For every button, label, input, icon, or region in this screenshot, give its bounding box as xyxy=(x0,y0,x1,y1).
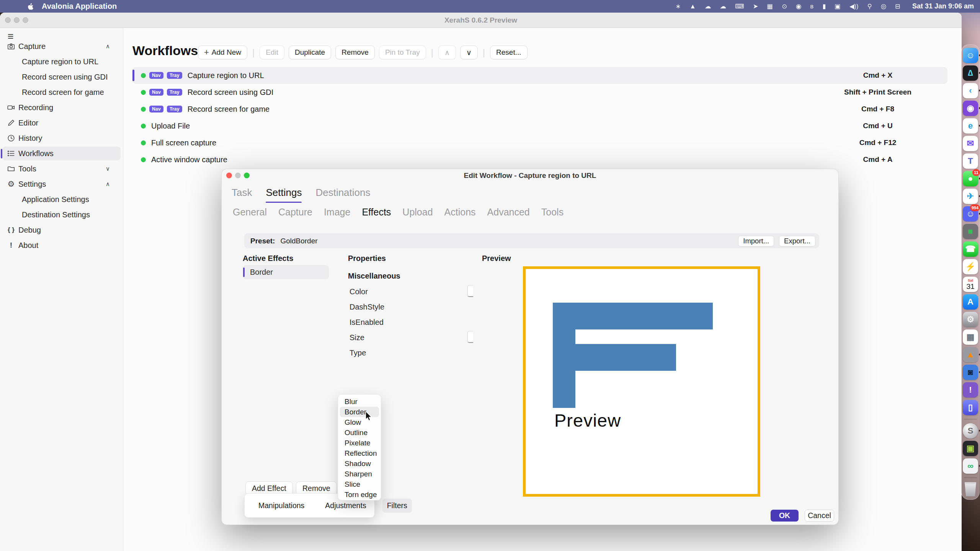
ok-button[interactable]: OK xyxy=(771,510,799,522)
pin-to-tray-button[interactable]: Pin to Tray xyxy=(379,46,426,59)
dock-item[interactable]: ◙ xyxy=(963,365,978,380)
import-button[interactable]: Import... xyxy=(738,236,774,246)
volume-icon[interactable]: ◀)) xyxy=(849,0,859,13)
dock-item[interactable]: ■ xyxy=(963,224,978,239)
cloud-storage-icon[interactable]: ☁ xyxy=(705,0,711,13)
move-down-button[interactable]: ∨ xyxy=(460,46,478,59)
sidebar-item-capture[interactable]: Capture ∧ xyxy=(0,39,123,54)
keyboard-icon[interactable]: ⌨ xyxy=(735,0,744,13)
cancel-button[interactable]: Cancel xyxy=(805,510,834,522)
sidebar-item-record-screen-for-game[interactable]: Record screen for game xyxy=(0,85,123,100)
workflow-row[interactable]: Upload File Cmd + U xyxy=(132,117,947,134)
workflow-row[interactable]: Nav Tray Record screen using GDI Shift +… xyxy=(132,84,947,101)
sidebar-item-about[interactable]: ! About xyxy=(0,238,123,253)
sidebar-item-settings[interactable]: ⚙ Settings ∧ xyxy=(0,176,123,192)
reset-button[interactable]: Reset... xyxy=(490,46,527,59)
settings-subtab[interactable]: Upload xyxy=(402,207,433,218)
dock-item[interactable]: ● 11 xyxy=(963,171,978,186)
dock-item[interactable]: ▯ xyxy=(963,400,978,415)
dock-item[interactable]: ✈ xyxy=(963,189,978,204)
dock-item[interactable]: A xyxy=(963,294,978,310)
effect-list-item-border[interactable]: Border xyxy=(243,265,329,279)
effect-category-item[interactable]: Adjustments xyxy=(320,499,371,513)
settings-subtab[interactable]: Advanced xyxy=(487,207,530,218)
dock-item[interactable]: ▲ xyxy=(963,347,978,362)
dock-item[interactable]: ∞ xyxy=(963,458,978,474)
siri-icon[interactable]: ◎ xyxy=(881,0,886,13)
dialog-tab[interactable]: Settings xyxy=(266,187,302,202)
sidebar-item-editor[interactable]: Editor xyxy=(0,115,123,130)
sidebar-item-record-screen-using-gdi[interactable]: Record screen using GDI xyxy=(0,69,123,85)
filter-menu-item[interactable]: Sharpen xyxy=(340,469,379,479)
effect-category-item[interactable]: Manipulations xyxy=(254,499,309,513)
settings-subtab[interactable]: Actions xyxy=(444,207,476,218)
menu-bar-clock[interactable]: Sat 31 Jan 9:06 am xyxy=(912,2,974,10)
dock-item[interactable]: ⚙ xyxy=(963,312,978,327)
dock-item-trash[interactable] xyxy=(963,482,978,497)
sidebar-item-capture-region-to-url[interactable]: Capture region to URL xyxy=(0,54,123,69)
property-value-field[interactable] xyxy=(467,331,473,343)
dock-item[interactable]: ! xyxy=(963,382,978,398)
sidebar-item-debug[interactable]: { } Debug xyxy=(0,222,123,238)
chevron-down-icon[interactable]: ∨ xyxy=(106,165,110,172)
dock-item[interactable]: ▦ xyxy=(963,329,978,345)
settings-subtab[interactable]: General xyxy=(233,207,267,218)
workflow-row[interactable]: Active window capture Cmd + A xyxy=(132,151,947,168)
settings-subtab[interactable]: Capture xyxy=(278,207,312,218)
sidebar-item-workflows[interactable]: Workflows xyxy=(0,146,123,161)
effect-category-item[interactable]: Filters xyxy=(382,499,412,513)
dock-item[interactable]: ‹ xyxy=(963,83,978,98)
dock-item[interactable]: S xyxy=(963,423,978,439)
apple-logo-icon[interactable] xyxy=(28,3,34,10)
dock-item[interactable]: ☺ 994 xyxy=(963,206,978,222)
filter-menu-item[interactable]: Slice xyxy=(340,479,379,489)
sidebar-item-recording[interactable]: Recording xyxy=(0,100,123,115)
dock-item[interactable]: ⚡ xyxy=(963,259,978,274)
dock-item[interactable]: ☺ xyxy=(963,48,978,63)
chevron-up-icon[interactable]: ∧ xyxy=(106,43,110,50)
privacy-shield-icon[interactable]: ▣ xyxy=(835,0,841,13)
screen-tools-icon[interactable]: ∗ xyxy=(676,0,681,13)
dock-item[interactable]: ▣ xyxy=(963,441,978,456)
add-new-button[interactable]: +Add New xyxy=(198,46,247,59)
dock-item[interactable]: ☎ xyxy=(963,241,978,257)
location-services-icon[interactable]: ➤ xyxy=(753,0,758,13)
sidebar-item-destination-settings[interactable]: Destination Settings xyxy=(0,207,123,222)
battery-icon[interactable]: ▮ xyxy=(822,0,826,13)
notification-alert-icon[interactable]: ⊙ xyxy=(782,0,787,13)
export-button[interactable]: Export... xyxy=(779,236,815,246)
sidebar-item-history[interactable]: History xyxy=(0,130,123,146)
move-up-button[interactable]: ∧ xyxy=(438,46,456,59)
sidebar-item-application-settings[interactable]: Application Settings xyxy=(0,192,123,207)
dock-item[interactable]: ◉ xyxy=(963,101,978,116)
cloud-sync-icon[interactable]: ☁ xyxy=(720,0,726,13)
menu-bar-app-name[interactable]: Avalonia Application xyxy=(42,2,117,11)
property-value-field[interactable] xyxy=(467,285,473,297)
filter-menu-item[interactable]: Pixelate xyxy=(340,438,379,448)
dock-item[interactable]: T xyxy=(963,153,978,169)
settings-subtab[interactable]: Image xyxy=(324,207,350,218)
filter-menu-item[interactable]: Blur xyxy=(340,396,379,407)
filter-menu-item[interactable]: Outline xyxy=(340,427,379,438)
remove-button[interactable]: Remove xyxy=(335,46,375,59)
dock-item[interactable]: ∆ xyxy=(963,65,978,81)
filter-menu-item[interactable]: Reflection xyxy=(340,448,379,458)
dialog-tab[interactable]: Destinations xyxy=(315,187,370,202)
settings-subtab[interactable]: Tools xyxy=(541,207,564,218)
workflow-row[interactable]: Nav Tray Capture region to URL Cmd + X xyxy=(132,67,947,84)
display-icon[interactable]: ▦ xyxy=(767,0,773,13)
dialog-tab[interactable]: Task xyxy=(232,187,252,202)
filter-menu-item[interactable]: Torn edge xyxy=(340,489,379,500)
user-account-icon[interactable]: ◉ xyxy=(796,0,801,13)
dock-item[interactable]: e xyxy=(963,118,978,134)
workflow-row[interactable]: Nav Tray Record screen for game Cmd + F8 xyxy=(132,101,947,117)
sidebar-item-tools[interactable]: Tools ∨ xyxy=(0,161,123,176)
edit-button[interactable]: Edit xyxy=(260,46,284,59)
bluetooth-icon[interactable]: ʙ xyxy=(810,0,813,13)
spotlight-search-icon[interactable]: ⚲ xyxy=(867,0,872,13)
chevron-up-icon[interactable]: ∧ xyxy=(106,181,110,187)
workflow-row[interactable]: Full screen capture Cmd + F12 xyxy=(132,134,947,151)
vlc-cone-icon[interactable]: ▲ xyxy=(690,0,696,13)
filter-menu-item[interactable]: Shadow xyxy=(340,458,379,469)
dock-item[interactable]: ✉ xyxy=(963,136,978,151)
